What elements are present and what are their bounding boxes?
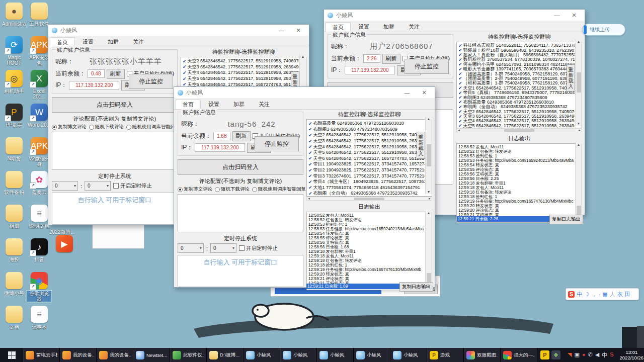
desktop-icon[interactable]: 文档	[2, 306, 26, 339]
desktop-icon[interactable]: 微博小号	[2, 272, 26, 306]
log-row[interactable]: 12:59:18 发包群聊: 带目1	[458, 181, 575, 186]
sogou-toolbar-icon[interactable]: 衣	[617, 292, 623, 297]
timer-minute-select[interactable]: 0▾	[85, 181, 111, 191]
group-row[interactable]: ✔带目2 1904923825, 1775622517, 3734157470,…	[308, 167, 425, 173]
log-row[interactable]: 12:58:53 抢到红包: 1	[458, 154, 575, 158]
corner-widget-handle[interactable]	[637, 326, 644, 348]
log-scrollbar[interactable]: ▲▼	[575, 142, 582, 222]
sogou-toolbar-icon[interactable]: 田	[625, 292, 630, 297]
log-row[interactable]: 12:59:20 评论状态: 真	[458, 208, 575, 213]
log-scrollbar[interactable]: ▲▼	[425, 211, 432, 289]
sogou-input-toolbar[interactable]: S中☽，∙▦人衣田	[566, 288, 639, 300]
group-row[interactable]: ✔天空4 6542846542, 1775622517, 5512910958,…	[183, 70, 299, 76]
group-list-scrollbar[interactable]: ▲▼	[425, 117, 432, 194]
tab-home[interactable]: 首页	[50, 37, 75, 47]
group-row[interactable]: ✔天空4 6542846542, 1775622517, 5512910958,…	[308, 144, 425, 150]
log-row[interactable]: 12:58:53 任务链接: http://weibo.com/16592402…	[308, 227, 425, 231]
log-row[interactable]: 12:58:56 艾特状态: 真	[458, 172, 575, 176]
log-row[interactable]: 12:59:18 发包群聊: 带目1	[308, 249, 425, 254]
log-row[interactable]: 12:58:53 抢到红包: 1	[308, 222, 425, 227]
minimize-button[interactable]: —	[274, 27, 288, 33]
log-row[interactable]: 12:59:20 转发状态: 真	[458, 204, 575, 208]
group-row[interactable]: ✔带目1 1904923825, 1775622517, 3734157470,…	[308, 161, 425, 167]
group-row[interactable]: ✔何去哪约小马甲 6245517093, 2101096334 48241181…	[458, 62, 575, 67]
group-row[interactable]: ✔郭娅超！粉丝10群 5966596482, 6439235310, 27623…	[458, 48, 575, 52]
log-row[interactable]: 12:59:18 红包备注: 转发评论	[458, 190, 575, 195]
log-row[interactable]: 12:58:52 发包人: Mcol11	[308, 213, 425, 218]
comment-textarea[interactable]	[52, 132, 178, 170]
desktop-icon-video[interactable]: ▶	[52, 235, 76, 269]
desktop-icon[interactable]: 软件备份	[2, 171, 26, 205]
group-row[interactable]: ✔布朗高质量 6249385368 4797235126603810	[308, 121, 425, 127]
group-row[interactable]: ✔带目5（真棋） 7749606150, 6943375007, 7778216…	[458, 90, 575, 95]
close-button[interactable]: ✕	[567, 12, 581, 19]
titlebar[interactable]: 小鲮风 — ✕	[324, 10, 585, 21]
tray-status-icon[interactable]: ◥	[568, 351, 572, 359]
log-row[interactable]: 12:58:55 评论状态: 真	[458, 167, 575, 172]
group-row[interactable]: ✔（团团高质量）3-群 7540249958, 7762158129, 6077…	[458, 71, 575, 76]
log-list[interactable]: 12:58:52 发包人: Mcol1112:58:52 红包备注: 转发评论1…	[456, 143, 582, 223]
tab-join-group[interactable]: 加群	[101, 37, 125, 47]
stop-monitor-button[interactable]: 停止监控	[405, 59, 449, 74]
tab-follow[interactable]: 关注	[402, 22, 426, 32]
desktop-icon[interactable]: ♪ 抖音	[27, 238, 51, 272]
tab-settings[interactable]: 设置	[76, 37, 100, 47]
desktop-icon[interactable]: 海投	[2, 238, 26, 272]
sogou-toolbar-icon[interactable]: ，	[591, 292, 597, 297]
desktop-icon[interactable]: ⟳ Magic ROOT	[2, 36, 26, 70]
start-button[interactable]	[0, 348, 23, 362]
group-list[interactable]: ✔布朗高质量 6249385368 4797235126603810✔布朗阁3 …	[306, 119, 432, 197]
log-row[interactable]: 12:58:52 红包备注: 转发评论	[308, 218, 425, 222]
log-row[interactable]: 12:58:52 红包备注: 转发评论	[458, 149, 575, 154]
log-row[interactable]: 12:58:54 转发状态: 真	[308, 231, 425, 236]
log-row[interactable]: 12:59:18 发包人: Mcol11	[458, 186, 575, 190]
log-row[interactable]: 12:58:54 转发状态: 真	[458, 163, 575, 167]
group-row[interactable]: ✔天空2 6542846542, 1775622517, 5512910958,…	[308, 132, 425, 138]
scan-login-button[interactable]: 点击扫码登入	[52, 97, 178, 113]
desktop-icon[interactable]: ◎ 相机助手	[2, 70, 26, 104]
titlebar[interactable]: 小鲮风 — ✕	[174, 87, 435, 98]
copy-log-button[interactable]: 复制日志输出	[399, 282, 433, 292]
log-list[interactable]: 12:58:52 发包人: Mcol1112:58:52 红包备注: 转发评论1…	[306, 212, 432, 290]
mark-window-textarea[interactable]: 自行输入 可用于标记窗口	[178, 255, 303, 287]
taskbar-button[interactable]: 雷电云手机	[23, 348, 60, 362]
scan-login-button[interactable]: 点击扫码登入	[178, 159, 303, 175]
close-button[interactable]: ✕	[291, 27, 305, 34]
reload-vertical-button[interactable]: 重新载入	[567, 64, 575, 92]
log-row[interactable]: 12:59:18 红包备注: 转发评论	[308, 258, 425, 263]
group-row[interactable]: ✔（和和高质量）1-群 7540249958, 7762158129, 6077…	[458, 81, 575, 85]
log-row[interactable]: 12:59:19 任务链接: http://weibo.com/16574761…	[308, 267, 425, 272]
desktop-icon[interactable]: ● Administrat...	[2, 3, 26, 36]
group-row[interactable]: ✔数码粉丝群 3760537534, 6778330339, 104802727…	[458, 57, 575, 62]
tab-join-group[interactable]: 加群	[377, 22, 401, 32]
timer-hour-select[interactable]: 0▾	[52, 181, 78, 191]
log-row[interactable]: 12:58:56 日余额: 2.25	[458, 176, 575, 181]
group-row[interactable]: ✔布朗阁3 6249385368 4797234807835609	[458, 95, 575, 100]
tab-follow[interactable]: 关注	[126, 37, 150, 47]
group-list-scrollbar[interactable]: ▲▼	[575, 39, 582, 126]
taskbar-button[interactable]: 此软件仅...	[170, 348, 207, 362]
group-row[interactable]: ✔带目4（城主专区） 1904923825, 1775622517, 10973…	[308, 179, 425, 185]
desktop-icon[interactable]: ◉ 谷歌浏览器	[27, 272, 51, 306]
group-row[interactable]: ✔天空2 6542846542, 1775622517, 5512910958,…	[183, 58, 299, 64]
group-list-hscrollbar[interactable]: ◄►	[306, 197, 432, 201]
comment-textarea[interactable]	[178, 194, 303, 232]
group-row[interactable]: ✔大地1 7770561074, 7794669118 481543639715…	[308, 185, 425, 191]
refresh-button[interactable]: 刷新	[107, 69, 125, 79]
sogou-toolbar-icon[interactable]: ∙	[599, 292, 600, 297]
tray-status-icon[interactable]: ▣	[574, 351, 579, 359]
radio-copy-post[interactable]: 复制博文评论	[52, 124, 87, 130]
group-row[interactable]: ✔天空3 6542846542, 1775622517, 5512910958,…	[308, 138, 425, 144]
scroll-up-icon[interactable]: ▲	[301, 55, 305, 58]
tab-settings[interactable]: 设置	[352, 22, 376, 32]
taskbar-button[interactable]: 小鲮风	[390, 348, 427, 362]
log-row[interactable]: 12:59:18 发包人: Mcol11	[308, 254, 425, 258]
taskbar-button[interactable]: 小鲮风	[280, 348, 317, 362]
log-row[interactable]: 12:59:18 抢到红包: 1	[308, 263, 425, 267]
group-row[interactable]: ✔天空4 6542846542, 1775622517, 5512910958,…	[458, 119, 575, 123]
desktop-icon[interactable]: P PP助手	[2, 104, 26, 137]
taskbar-button[interactable]: NewBet...	[133, 348, 170, 362]
titlebar[interactable]: 小鲮风 — ✕	[48, 25, 309, 36]
taskbar-button[interactable]: P 游戏	[427, 348, 464, 362]
log-row[interactable]: 12:58:53 任务链接: http://weibo.com/16592402…	[458, 158, 575, 163]
